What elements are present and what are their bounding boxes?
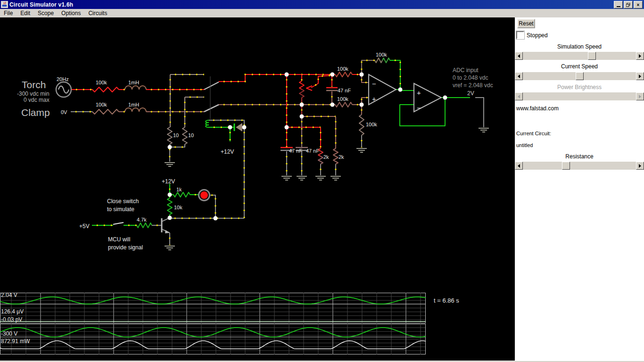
relay-coil — [206, 120, 209, 127]
canvas-label-0: Torch — [22, 79, 46, 90]
canvas-label-35: − — [372, 80, 376, 88]
junction-node — [330, 103, 335, 107]
slider-arrow-left[interactable] — [515, 72, 523, 80]
junction-node — [214, 216, 218, 221]
canvas-label-5: 0V — [61, 109, 67, 115]
resistor — [375, 58, 382, 63]
menu-item-circuits[interactable]: Circuits — [84, 9, 111, 17]
junction-node — [285, 125, 289, 130]
canvas-label-38: − — [417, 104, 421, 112]
resistor — [137, 223, 152, 228]
resistor — [167, 198, 172, 214]
circuit-svg: Torch-300 vdc min0 vdc maxClamp20Hz0V100… — [0, 17, 515, 361]
resistor — [382, 58, 390, 63]
stopped-checkbox[interactable] — [516, 31, 524, 39]
canvas-label-13: +12V — [162, 178, 175, 185]
canvas-label-19: to simulate — [107, 206, 134, 213]
canvas-label-8: 100k — [96, 102, 107, 107]
canvas-label-23: 100k — [337, 66, 348, 72]
junction-node — [443, 96, 447, 100]
canvas-label-18: Close switch — [107, 198, 139, 205]
resistor — [92, 87, 119, 92]
slider-arrow-left[interactable] — [515, 162, 523, 170]
stopped-label: Stopped — [527, 32, 548, 39]
slider-arrow-right[interactable] — [636, 162, 644, 170]
scope-label-5: t = 6.86 s — [434, 297, 459, 304]
canvas-label-11: 10 — [188, 132, 194, 138]
junction-node — [300, 115, 304, 119]
slider-arrow-right[interactable] — [636, 72, 644, 80]
canvas-label-34: vref = 2.048 vdc — [453, 82, 493, 89]
resistor — [333, 148, 338, 164]
canvas-label-6: 100k — [96, 80, 107, 85]
sidebar: Reset Stopped Simulation Speed Current S… — [515, 17, 644, 361]
current-circuit-name: untitled — [516, 142, 533, 148]
junction-node — [228, 125, 232, 130]
resistor — [92, 109, 119, 114]
canvas-label-31: 2V — [467, 90, 474, 97]
current-speed-slider[interactable] — [515, 72, 644, 80]
canvas-label-15: 10k — [174, 205, 182, 210]
inductor — [125, 86, 146, 90]
resistor — [173, 192, 190, 197]
app-window: Circuit Simulator v1.6h × FileEditScopeO… — [0, 0, 644, 362]
canvas-label-25: 100k — [376, 52, 387, 58]
led-lit — [200, 191, 208, 199]
canvas-label-29: 2k — [323, 154, 329, 160]
resistance-slider[interactable] — [515, 162, 644, 170]
canvas-label-33: 0 to 2.048 vdc — [453, 74, 488, 81]
canvas-label-36: + — [372, 95, 376, 103]
slider-arrow-right[interactable] — [636, 52, 644, 60]
close-button[interactable]: × — [634, 1, 643, 8]
slider-thumb[interactable] — [562, 162, 570, 170]
canvas-label-21: provide signal — [108, 244, 143, 251]
slider-thumb[interactable] — [588, 52, 596, 60]
canvas-label-20: MCU will — [108, 236, 130, 243]
java-icon — [1, 1, 8, 8]
canvas-label-14: 1k — [176, 187, 182, 192]
canvas-label-27: 47 nF — [289, 148, 302, 154]
menu-item-file[interactable]: File — [0, 9, 17, 17]
simulation-speed-slider[interactable] — [515, 52, 644, 60]
canvas-label-22: 47 nF — [338, 88, 351, 93]
junction-node — [168, 216, 172, 220]
scope-label-3: -300 V — [1, 330, 17, 337]
resistor — [318, 156, 323, 165]
power-brightness-label: Power Brightness — [515, 84, 644, 90]
menu-item-options[interactable]: Options — [58, 9, 84, 17]
canvas-label-30: 2k — [339, 154, 344, 160]
menubar: FileEditScopeOptionsCircuits — [0, 9, 644, 18]
junction-node — [300, 103, 304, 107]
circuit-canvas[interactable]: Torch-300 vdc min0 vdc maxClamp20Hz0V100… — [0, 17, 515, 361]
current-speed-label: Current Speed — [515, 63, 644, 70]
transistor-emitter-arrow — [165, 230, 170, 233]
slider-arrow-right — [636, 92, 644, 100]
reset-button[interactable]: Reset — [517, 19, 535, 28]
inductor — [125, 108, 146, 112]
minimize-button[interactable] — [614, 1, 623, 8]
canvas-label-1: -300 vdc min — [17, 90, 50, 97]
junction-node — [360, 73, 364, 77]
menu-item-edit[interactable]: Edit — [17, 9, 34, 17]
canvas-label-32: ADC input — [453, 67, 479, 74]
canvas-label-10: 10 — [173, 132, 179, 138]
canvas-label-9: 1mH — [128, 102, 139, 107]
canvas-label-24: 100k — [337, 96, 348, 102]
falstad-link[interactable]: www.falstad.com — [516, 105, 559, 112]
potentiometer-wiper-arrow — [306, 86, 312, 90]
junction-node — [360, 103, 364, 107]
canvas-label-2: 0 vdc max — [24, 97, 50, 103]
slider-arrow-left[interactable] — [515, 52, 523, 60]
canvas-label-12: +12V — [221, 148, 234, 155]
restore-button[interactable] — [624, 1, 633, 8]
menu-item-scope[interactable]: Scope — [34, 9, 58, 17]
diode — [236, 123, 242, 132]
current-circuit-label: Current Circuit: — [516, 131, 551, 136]
resistance-label: Resistance — [515, 153, 644, 160]
scope-label-2: -0.03 pV — [1, 316, 22, 323]
junction-node — [168, 145, 172, 149]
slider-thumb[interactable] — [576, 72, 584, 80]
titlebar[interactable]: Circuit Simulator v1.6h × — [0, 0, 644, 9]
scope-label-0: 2.04 V — [1, 292, 17, 298]
window-title: Circuit Simulator v1.6h — [9, 1, 73, 8]
